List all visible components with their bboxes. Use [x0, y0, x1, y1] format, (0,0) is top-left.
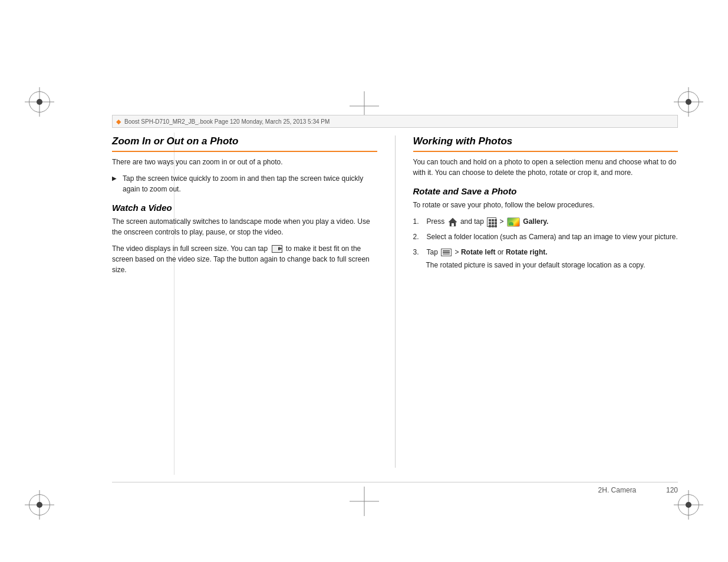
boost-diamond: ◆ — [116, 118, 121, 125]
reg-circle-outer — [678, 494, 699, 515]
header-bar: ◆ Boost SPH-D710_MR2_JB_.book Page 120 M… — [112, 115, 678, 128]
footer-page-number: 120 — [666, 486, 678, 494]
zoom-divider — [112, 151, 377, 152]
reg-circle-outer — [678, 91, 699, 113]
reg-circle-outer — [29, 91, 50, 113]
zoom-bullet-1: Tap the screen twice quickly to zoom in … — [112, 173, 377, 194]
reg-mark-br — [674, 490, 703, 520]
header-bar-text: Boost SPH-D710_MR2_JB_.book Page 120 Mon… — [124, 118, 330, 125]
reg-circle-outer — [29, 494, 50, 515]
footer-spacer — [643, 486, 659, 494]
rotate-save-title: Rotate and Save a Photo — [413, 186, 678, 196]
right-column: Working with Photos You can touch and ho… — [396, 135, 678, 468]
zoom-section-title: Zoom In or Out on a Photo — [112, 135, 377, 147]
menu-icon — [441, 249, 452, 256]
watch-video-body1: The screen automatically switches to lan… — [112, 216, 377, 237]
working-photos-divider — [413, 151, 678, 152]
step-3-note: The rotated picture is saved in your def… — [413, 260, 678, 270]
reg-circle-inner — [37, 99, 42, 105]
steps-list: 1. Press and tap — [413, 216, 678, 257]
reg-mark-bl — [25, 490, 54, 520]
step-1: 1. Press and tap — [413, 216, 678, 227]
footer-section: 2H. Camera — [598, 486, 637, 494]
gallery-icon — [507, 217, 520, 227]
apps-grid-icon — [487, 217, 496, 227]
step-2-content: Select a folder location (such as Camera… — [427, 232, 678, 242]
working-photos-body: You can touch and hold on a photo to ope… — [413, 157, 678, 178]
watch-video-title: Watch a Video — [112, 203, 377, 213]
step-3-num: 3. — [413, 247, 424, 257]
step-2: 2. Select a folder location (such as Cam… — [413, 232, 678, 242]
step-1-num: 1. — [413, 216, 424, 227]
home-icon — [448, 217, 457, 227]
step-1-content: Press and tap — [427, 216, 678, 227]
home-svg — [448, 217, 457, 227]
page: ◆ Boost SPH-D710_MR2_JB_.book Page 120 M… — [0, 0, 728, 562]
svg-rect-1 — [452, 223, 454, 226]
reg-mark-tl — [25, 87, 54, 117]
step-3-content: Tap > Rotate left or Rotate right. — [427, 247, 678, 257]
rotate-save-intro: To rotate or save your photo, follow the… — [413, 200, 678, 210]
reg-circle-inner — [686, 502, 691, 508]
reg-circle-inner — [686, 99, 691, 105]
step-2-num: 2. — [413, 232, 424, 242]
left-column: Zoom In or Out on a Photo There are two … — [112, 135, 396, 468]
zoom-body: There are two ways you can zoom in or ou… — [112, 157, 377, 167]
reg-mark-tr — [674, 87, 703, 117]
content-area: Zoom In or Out on a Photo There are two … — [112, 135, 678, 468]
reg-circle-inner — [37, 502, 42, 508]
watch-video-body2: The video displays in full screen size. … — [112, 243, 377, 275]
expand-icon: ▶ — [272, 245, 282, 253]
step-3: 3. Tap > Rotate left or Rotate right. — [413, 247, 678, 257]
footer: 2H. Camera 120 — [112, 482, 678, 494]
working-photos-title: Working with Photos — [413, 135, 678, 147]
